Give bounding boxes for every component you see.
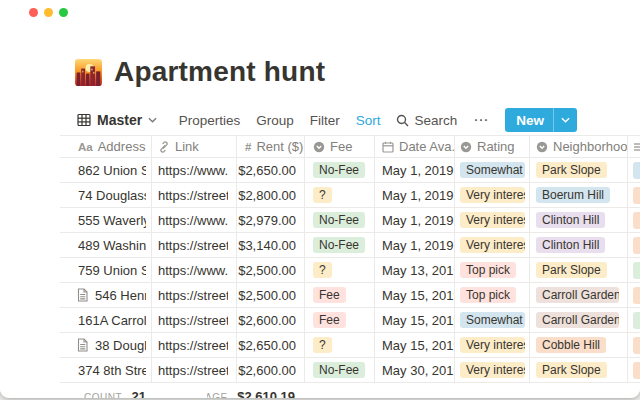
neighborhood-cell[interactable]: Park Slope (530, 158, 628, 182)
partial-cell[interactable] (628, 283, 640, 307)
zoom-window-button[interactable] (59, 8, 68, 17)
address-cell[interactable]: 161A Carroll Street (60, 308, 152, 332)
rent-cell[interactable]: $2,650.00 (237, 333, 305, 357)
rent-cell[interactable]: $2,979.00 (237, 208, 305, 232)
neighborhood-cell[interactable]: Park Slope (530, 358, 628, 382)
sunset-city-emoji-icon[interactable] (75, 59, 102, 86)
fee-cell[interactable]: No-Fee (305, 233, 375, 257)
minimize-window-button[interactable] (44, 8, 53, 17)
fee-cell[interactable]: No-Fee (305, 158, 375, 182)
address-cell[interactable]: 38 Douglass Street (60, 333, 152, 357)
fee-cell[interactable]: Fee (305, 283, 375, 307)
fee-cell[interactable]: No-Fee (305, 208, 375, 232)
date-available-cell[interactable]: May 1, 2019 (375, 158, 455, 182)
address-cell[interactable]: 555 Waverly Ave (60, 208, 152, 232)
address-cell[interactable]: 489 Washington Ave (60, 233, 152, 257)
address-cell[interactable]: 759 Union Street (60, 258, 152, 282)
new-button-chevron-down-icon[interactable] (554, 117, 577, 123)
rating-cell[interactable]: Top pick (455, 258, 530, 282)
link-cell[interactable]: https://www.cit (152, 208, 237, 232)
neighborhood-cell[interactable]: Clinton Hill (530, 233, 628, 257)
neighborhood-tag: Park Slope (536, 362, 607, 378)
date-available-cell[interactable]: May 1, 2019 (375, 208, 455, 232)
sort-button[interactable]: Sort (356, 113, 381, 128)
partial-cell[interactable] (628, 158, 640, 182)
rent-cell[interactable]: $3,140.00 (237, 233, 305, 257)
link-cell[interactable]: https://www.na (152, 158, 237, 182)
date-available-cell[interactable]: May 13, 2019 (375, 258, 455, 282)
count-calculation[interactable]: COUNT 21 (60, 387, 146, 398)
date-available-cell[interactable]: May 15, 2019 (375, 333, 455, 357)
date-available-cell[interactable]: May 1, 2019 (375, 233, 455, 257)
address-cell[interactable]: 862 Union Street (60, 158, 152, 182)
rating-cell[interactable]: Very interested (455, 208, 530, 232)
link-cell[interactable]: https://streetea (152, 308, 237, 332)
column-header-neighborhood[interactable]: Neighborhood (530, 136, 628, 157)
link-cell[interactable]: https://streetea (152, 183, 237, 207)
column-header-link[interactable]: Link (152, 136, 237, 157)
rent-text: $2,600.00 (238, 313, 296, 328)
filter-button[interactable]: Filter (310, 113, 340, 128)
fee-cell[interactable]: ? (305, 333, 375, 357)
partial-cell[interactable] (628, 358, 640, 382)
partial-cell[interactable] (628, 208, 640, 232)
new-button[interactable]: New (505, 108, 577, 132)
page-title[interactable]: Apartment hunt (114, 56, 325, 88)
group-button[interactable]: Group (256, 113, 294, 128)
column-header-rent[interactable]: # Rent ($) (237, 136, 305, 157)
column-header-address[interactable]: Aa Address (60, 136, 152, 157)
rent-cell[interactable]: $2,500.00 (237, 258, 305, 282)
rating-cell[interactable]: Somewhat interested (455, 308, 530, 332)
rating-cell[interactable]: Top pick (455, 283, 530, 307)
date-text: May 13, 2019 (382, 263, 455, 278)
rent-cell[interactable]: $2,800.00 (237, 183, 305, 207)
link-cell[interactable]: https://streetea (152, 333, 237, 357)
date-available-cell[interactable]: May 15, 2019 (375, 308, 455, 332)
fee-cell[interactable]: No-Fee (305, 358, 375, 382)
address-cell[interactable]: 546 Henry Street (60, 283, 152, 307)
link-cell[interactable]: https://www.na (152, 258, 237, 282)
rent-cell[interactable]: $2,650.00 (237, 158, 305, 182)
rating-cell[interactable]: Very interested (455, 183, 530, 207)
neighborhood-cell[interactable]: Cobble Hill (530, 333, 628, 357)
column-label: Fee (330, 139, 352, 154)
link-cell[interactable]: https://streetea (152, 233, 237, 257)
partial-cell[interactable] (628, 183, 640, 207)
average-calculation[interactable]: AVERAGE $2,610.19 (207, 387, 295, 398)
rent-cell[interactable]: $2,500.00 (237, 283, 305, 307)
fee-cell[interactable]: ? (305, 258, 375, 282)
neighborhood-cell[interactable]: Boerum Hill (530, 183, 628, 207)
address-cell[interactable]: 374 8th Street (60, 358, 152, 382)
column-header-partial[interactable] (628, 136, 640, 157)
date-available-cell[interactable]: May 1, 2019 (375, 183, 455, 207)
partial-cell[interactable] (628, 308, 640, 332)
view-switcher-master[interactable]: Master (77, 107, 157, 133)
column-header-fee[interactable]: Fee (305, 136, 375, 157)
rating-cell[interactable]: Very interested (455, 333, 530, 357)
neighborhood-cell[interactable]: Carroll Gardens (530, 308, 628, 332)
neighborhood-cell[interactable]: Park Slope (530, 258, 628, 282)
close-window-button[interactable] (29, 8, 38, 17)
link-cell[interactable]: https://streetea (152, 358, 237, 382)
neighborhood-cell[interactable]: Carroll Gardens (530, 283, 628, 307)
neighborhood-cell[interactable]: Clinton Hill (530, 208, 628, 232)
date-available-cell[interactable]: May 15, 2019 (375, 283, 455, 307)
column-header-rating[interactable]: Rating (455, 136, 530, 157)
rent-cell[interactable]: $2,600.00 (237, 358, 305, 382)
date-available-cell[interactable]: May 30, 2019 (375, 358, 455, 382)
properties-button[interactable]: Properties (179, 113, 241, 128)
search-button[interactable]: Search (396, 113, 457, 128)
partial-cell[interactable] (628, 233, 640, 257)
column-header-date-available[interactable]: Date Ava... (375, 136, 455, 157)
address-cell[interactable]: 74 Douglass Street (60, 183, 152, 207)
rating-cell[interactable]: Very interested (455, 358, 530, 382)
fee-cell[interactable]: ? (305, 183, 375, 207)
more-options-button[interactable]: ⋯ (473, 111, 489, 129)
link-cell[interactable]: https://streetea (152, 283, 237, 307)
rent-cell[interactable]: $2,600.00 (237, 308, 305, 332)
fee-cell[interactable]: Fee (305, 308, 375, 332)
rating-cell[interactable]: Very interested (455, 233, 530, 257)
partial-cell[interactable] (628, 333, 640, 357)
partial-cell[interactable] (628, 258, 640, 282)
rating-cell[interactable]: Somewhat interested (455, 158, 530, 182)
